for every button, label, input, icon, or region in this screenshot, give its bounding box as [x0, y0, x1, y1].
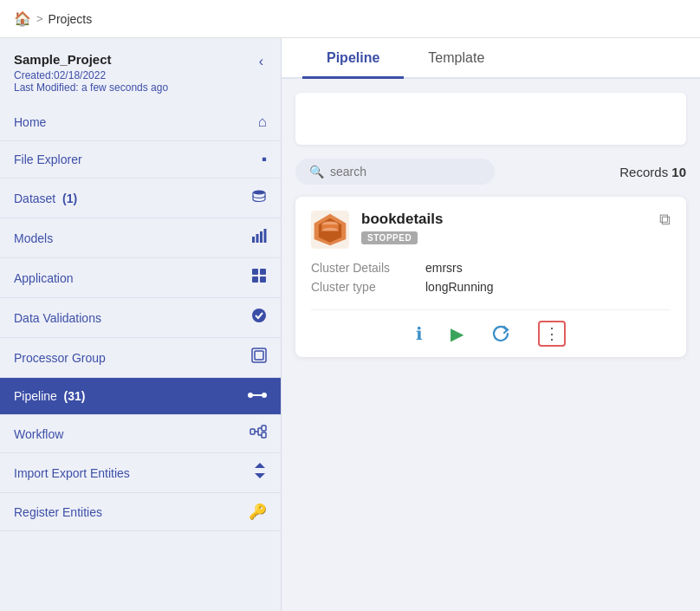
pipeline-icon [248, 387, 267, 405]
project-name: Sample_Project [14, 52, 168, 67]
svg-rect-2 [256, 234, 259, 243]
sidebar-item-processor-group[interactable]: Processor Group [0, 338, 281, 378]
status-badge: STOPPED [361, 231, 418, 244]
project-created: Created:02/18/2022 [14, 69, 168, 81]
cluster-details-label: Cluster Details [311, 261, 415, 275]
pipeline-title: bookdetails [361, 211, 647, 228]
search-records-row: 🔍 Records 10 [295, 159, 686, 185]
cluster-type-value: longRunning [425, 280, 671, 294]
sidebar-item-dataset[interactable]: Dataset (1) [0, 179, 281, 218]
copy-button[interactable]: ⧉ [659, 211, 671, 229]
svg-rect-5 [252, 269, 258, 275]
project-modified: Last Modified: a few seconds ago [14, 81, 168, 94]
breadcrumb-separator: > [36, 12, 43, 25]
sidebar-item-import-export[interactable]: Import Export Entities [0, 453, 281, 493]
emr-icon [311, 211, 349, 249]
svg-rect-8 [260, 276, 266, 283]
placeholder-card [295, 93, 686, 145]
sidebar-item-application[interactable]: Application [0, 258, 281, 298]
tab-template[interactable]: Template [404, 38, 509, 79]
tab-pipeline[interactable]: Pipeline [302, 38, 404, 79]
records-count: 10 [671, 165, 686, 179]
svg-point-0 [253, 191, 265, 195]
svg-rect-16 [262, 426, 266, 431]
info-button[interactable]: ℹ [416, 323, 423, 344]
sidebar-item-home[interactable]: Home ⌂ [0, 104, 281, 141]
sidebar: Sample_Project Created:02/18/2022 Last M… [0, 38, 282, 611]
svg-marker-23 [255, 473, 265, 478]
pipeline-details: Cluster Details emrsrs Cluster type long… [311, 261, 671, 294]
svg-point-9 [252, 309, 266, 322]
pipeline-card-header: bookdetails STOPPED ⧉ [311, 211, 671, 249]
home-icon[interactable]: 🏠 [14, 10, 31, 27]
folder-icon: ▪ [262, 151, 267, 168]
content-body: 🔍 Records 10 [282, 79, 700, 611]
svg-point-12 [248, 393, 253, 398]
checkmark-icon [251, 308, 267, 328]
sidebar-item-data-validations[interactable]: Data Validations [0, 298, 281, 338]
svg-rect-6 [260, 269, 266, 275]
svg-rect-11 [255, 351, 263, 360]
sidebar-item-workflow[interactable]: Workflow [0, 415, 281, 453]
svg-rect-3 [260, 231, 262, 243]
cluster-type-label: Cluster type [311, 280, 415, 294]
processor-group-icon [251, 348, 267, 367]
sidebar-collapse-button[interactable]: ‹ [256, 52, 267, 71]
more-options-button[interactable]: ⋮ [538, 321, 566, 347]
tabs-bar: Pipeline Template [282, 38, 700, 79]
pipeline-card: bookdetails STOPPED ⧉ Cluster Details em… [295, 197, 686, 357]
sidebar-item-models[interactable]: Models [0, 218, 281, 258]
svg-rect-17 [262, 432, 266, 438]
header: 🏠 > Projects [0, 0, 700, 38]
refresh-button[interactable] [491, 324, 510, 343]
svg-marker-22 [255, 463, 265, 468]
breadcrumb-projects: Projects [49, 12, 93, 26]
svg-rect-7 [252, 276, 258, 283]
sidebar-item-file-explorer[interactable]: File Explorer ▪ [0, 141, 281, 179]
records-label: Records 10 [619, 165, 686, 179]
sidebar-item-register-entities[interactable]: Register Entities 🔑 [0, 493, 281, 531]
svg-rect-30 [321, 231, 338, 234]
pipeline-title-area: bookdetails STOPPED [361, 211, 647, 244]
search-icon: 🔍 [309, 165, 324, 179]
pipeline-actions: ℹ ▶ ⋮ [311, 309, 671, 357]
svg-point-14 [262, 393, 267, 398]
key-icon: 🔑 [249, 503, 267, 521]
play-button[interactable]: ▶ [450, 323, 463, 344]
project-info: Sample_Project Created:02/18/2022 Last M… [14, 52, 168, 94]
models-icon [251, 228, 267, 248]
svg-rect-15 [250, 429, 255, 434]
svg-rect-4 [264, 229, 267, 243]
home-nav-icon: ⌂ [258, 114, 267, 131]
application-icon [251, 268, 267, 288]
dataset-icon [251, 188, 267, 208]
search-input[interactable] [330, 165, 481, 179]
sidebar-project-header: Sample_Project Created:02/18/2022 Last M… [0, 38, 281, 104]
svg-rect-1 [252, 237, 255, 243]
cluster-details-value: emrsrs [425, 261, 671, 275]
main-layout: Sample_Project Created:02/18/2022 Last M… [0, 38, 700, 611]
breadcrumb: 🏠 > Projects [14, 10, 92, 27]
content-area: Pipeline Template 🔍 Records 10 [282, 38, 700, 611]
sidebar-item-pipeline[interactable]: Pipeline (31) [0, 378, 281, 415]
workflow-icon [250, 425, 267, 443]
search-box[interactable]: 🔍 [295, 159, 495, 185]
import-export-icon [253, 463, 267, 483]
